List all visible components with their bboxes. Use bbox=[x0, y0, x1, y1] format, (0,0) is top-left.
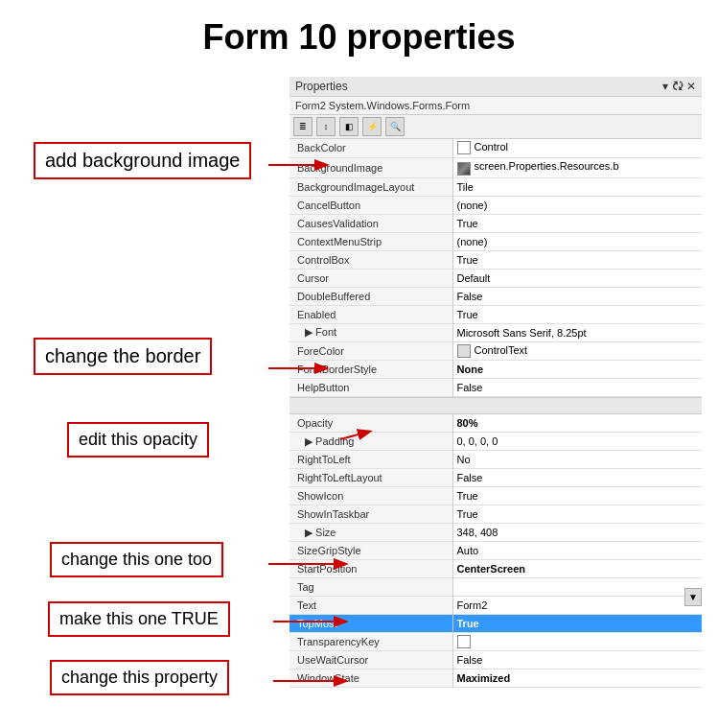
prop-val-padding: 0, 0, 0, 0 bbox=[452, 433, 702, 451]
prop-row-contextmenustrip[interactable]: ContextMenuStrip (none) bbox=[290, 232, 702, 250]
prop-val-backcolor: Control bbox=[452, 139, 702, 157]
prop-name-startposition: StartPosition bbox=[290, 560, 452, 578]
prop-row-size[interactable]: ▶ Size 348, 408 bbox=[290, 524, 702, 542]
prop-row-tag[interactable]: Tag bbox=[290, 578, 702, 597]
page-title: Form 10 properties bbox=[0, 0, 718, 67]
prop-row-cursor[interactable]: Cursor Default bbox=[290, 269, 702, 287]
prop-val-cursor: Default bbox=[452, 269, 702, 287]
prop-val-forecolor: ControlText bbox=[452, 341, 702, 360]
prop-row-opacity[interactable]: Opacity 80% bbox=[290, 414, 702, 433]
topmost-dropdown-btn[interactable]: ▼ bbox=[684, 588, 702, 606]
prop-val-usewaitcursor: False bbox=[452, 651, 702, 669]
prop-name-backgroundimage: BackgroundImage bbox=[290, 157, 452, 177]
prop-val-tag bbox=[452, 578, 702, 597]
panel-title: Properties bbox=[295, 80, 348, 93]
prop-row-windowstate[interactable]: WindowState Maximized bbox=[290, 669, 702, 688]
prop-row-doublebuffered[interactable]: DoubleBuffered False bbox=[290, 287, 702, 305]
prop-name-formborderstyle: FormBorderStyle bbox=[290, 360, 452, 378]
properties-panel: Properties ▾ 🗘 ✕ Form2 System.Windows.Fo… bbox=[290, 77, 702, 688]
prop-row-formborderstyle[interactable]: FormBorderStyle None bbox=[290, 360, 702, 378]
prop-name-contextmenustrip: ContextMenuStrip bbox=[290, 232, 452, 250]
prop-row-text[interactable]: Text Form2 bbox=[290, 597, 702, 615]
prop-name-controlbox: ControlBox bbox=[290, 250, 452, 269]
prop-name-opacity: Opacity bbox=[290, 414, 452, 433]
prop-name-righttoleft: RightToLeft bbox=[290, 451, 452, 469]
prop-row-font[interactable]: ▶ Font Microsoft Sans Serif, 8.25pt bbox=[290, 323, 702, 341]
prop-val-size: 348, 408 bbox=[452, 524, 702, 542]
prop-val-backgroundimagelayout: Tile bbox=[452, 177, 702, 196]
prop-val-startposition: CenterScreen bbox=[452, 560, 702, 578]
properties-table-bottom: Opacity 80% ▶ Padding 0, 0, 0, 0 RightTo… bbox=[290, 414, 702, 689]
prop-val-backgroundimage: screen.Properties.Resources.b bbox=[452, 157, 702, 177]
prop-name-enabled: Enabled bbox=[290, 305, 452, 323]
panel-controls: ▾ 🗘 ✕ bbox=[662, 80, 696, 93]
prop-name-topmost: TopMost bbox=[290, 615, 452, 633]
annotation-opacity: edit this opacity bbox=[67, 422, 209, 458]
prop-row-showintaskbar[interactable]: ShowInTaskbar True bbox=[290, 505, 702, 524]
prop-val-font: Microsoft Sans Serif, 8.25pt bbox=[452, 323, 702, 341]
prop-row-controlbox[interactable]: ControlBox True bbox=[290, 250, 702, 269]
prop-name-usewaitcursor: UseWaitCursor bbox=[290, 651, 452, 669]
toolbar-btn-properties[interactable]: ◧ bbox=[339, 117, 359, 136]
annotation-change-one: change this one too bbox=[50, 542, 223, 577]
annotation-background-image: add background image bbox=[34, 142, 251, 179]
annotation-make-true: make this one TRUE bbox=[48, 601, 230, 637]
prop-row-backgroundimage[interactable]: BackgroundImage screen.Properties.Resour… bbox=[290, 157, 702, 177]
prop-val-causesvalidation: True bbox=[452, 214, 702, 232]
prop-val-cancelbutton: (none) bbox=[452, 196, 702, 214]
prop-row-padding[interactable]: ▶ Padding 0, 0, 0, 0 bbox=[290, 433, 702, 451]
prop-name-windowstate: WindowState bbox=[290, 669, 452, 688]
prop-name-showintaskbar: ShowInTaskbar bbox=[290, 505, 452, 524]
prop-name-backgroundimagelayout: BackgroundImageLayout bbox=[290, 177, 452, 196]
prop-name-transparencykey: TransparencyKey bbox=[290, 633, 452, 651]
prop-val-contextmenustrip: (none) bbox=[452, 232, 702, 250]
prop-row-usewaitcursor[interactable]: UseWaitCursor False bbox=[290, 651, 702, 669]
panel-title-bar: Properties ▾ 🗘 ✕ bbox=[290, 77, 702, 97]
prop-row-topmost[interactable]: TopMost True bbox=[290, 615, 702, 633]
prop-val-topmost: True bbox=[452, 615, 702, 633]
prop-row-righttoleft[interactable]: RightToLeft No bbox=[290, 451, 702, 469]
prop-name-padding: ▶ Padding bbox=[290, 433, 452, 451]
prop-val-showintaskbar: True bbox=[452, 505, 702, 524]
prop-name-doublebuffered: DoubleBuffered bbox=[290, 287, 452, 305]
prop-row-sizegripstyle[interactable]: SizeGripStyle Auto bbox=[290, 542, 702, 560]
prop-row-cancelbutton[interactable]: CancelButton (none) bbox=[290, 196, 702, 214]
prop-name-righttoleftlayout: RightToLeftLayout bbox=[290, 469, 452, 487]
prop-val-opacity: 80% bbox=[452, 414, 702, 433]
toolbar-btn-search[interactable]: 🔍 bbox=[385, 117, 405, 136]
prop-name-helpbutton: HelpButton bbox=[290, 378, 452, 396]
prop-val-text: Form2 bbox=[452, 597, 702, 615]
prop-row-showicon[interactable]: ShowIcon True bbox=[290, 487, 702, 505]
annotation-change-property: change this property bbox=[50, 660, 229, 695]
prop-val-righttoleftlayout: False bbox=[452, 469, 702, 487]
prop-row-righttoleftlayout[interactable]: RightToLeftLayout False bbox=[290, 469, 702, 487]
prop-row-backcolor[interactable]: BackColor Control bbox=[290, 139, 702, 157]
prop-row-forecolor[interactable]: ForeColor ControlText bbox=[290, 341, 702, 360]
prop-name-size: ▶ Size bbox=[290, 524, 452, 542]
prop-val-controlbox: True bbox=[452, 250, 702, 269]
toolbar-btn-events[interactable]: ⚡ bbox=[362, 117, 382, 136]
toolbar-btn-alphabetical[interactable]: ↕ bbox=[316, 117, 336, 136]
prop-row-causesvalidation[interactable]: CausesValidation True bbox=[290, 214, 702, 232]
prop-val-showicon: True bbox=[452, 487, 702, 505]
prop-name-font: ▶ Font bbox=[290, 323, 452, 341]
properties-table-top: BackColor Control BackgroundImage screen… bbox=[290, 139, 702, 397]
prop-name-sizegripstyle: SizeGripStyle bbox=[290, 542, 452, 560]
prop-val-windowstate: Maximized bbox=[452, 669, 702, 688]
toolbar-btn-categorized[interactable]: ≣ bbox=[293, 117, 313, 136]
prop-val-sizegripstyle: Auto bbox=[452, 542, 702, 560]
prop-name-showicon: ShowIcon bbox=[290, 487, 452, 505]
prop-name-backcolor: BackColor bbox=[290, 139, 452, 157]
panel-form-label: Form2 System.Windows.Forms.Form bbox=[290, 97, 702, 115]
prop-row-backgroundimagelayout[interactable]: BackgroundImageLayout Tile bbox=[290, 177, 702, 196]
prop-row-enabled[interactable]: Enabled True bbox=[290, 305, 702, 323]
prop-name-cancelbutton: CancelButton bbox=[290, 196, 452, 214]
prop-name-cursor: Cursor bbox=[290, 269, 452, 287]
prop-row-transparencykey[interactable]: TransparencyKey bbox=[290, 633, 702, 651]
panel-toolbar: ≣ ↕ ◧ ⚡ 🔍 bbox=[290, 115, 702, 139]
prop-row-startposition[interactable]: StartPosition CenterScreen bbox=[290, 560, 702, 578]
prop-name-text: Text bbox=[290, 597, 452, 615]
prop-row-helpbutton[interactable]: HelpButton False bbox=[290, 378, 702, 396]
prop-val-transparencykey bbox=[452, 633, 702, 651]
prop-name-causesvalidation: CausesValidation bbox=[290, 214, 452, 232]
